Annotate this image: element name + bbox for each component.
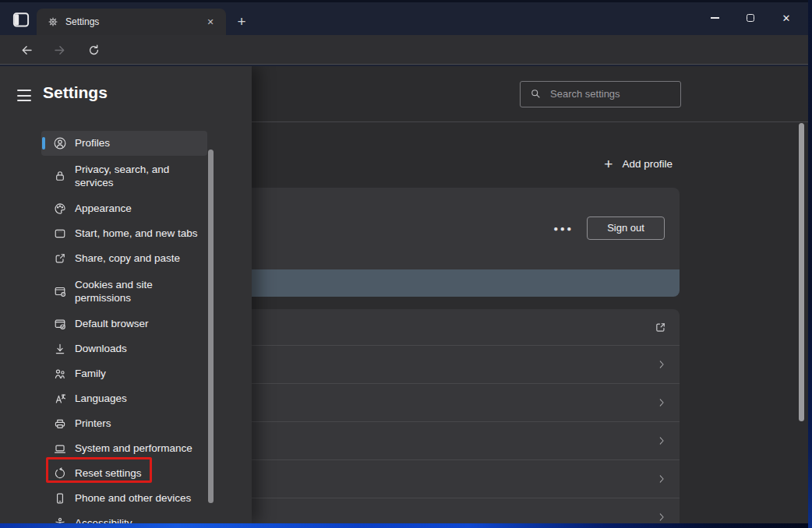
chevron-right-icon xyxy=(656,397,667,408)
add-profile-button[interactable]: + Add profile xyxy=(604,154,673,174)
settings-page: + Add profile ●●● Sign out xyxy=(0,66,808,524)
sidebar-item-languages[interactable]: Languages xyxy=(41,386,207,411)
family-icon xyxy=(53,367,67,381)
palette-icon xyxy=(53,202,67,216)
sidebar-item-appearance[interactable]: Appearance xyxy=(41,196,207,221)
desktop-wallpaper xyxy=(0,523,808,528)
settings-nav-panel: Settings Profiles Privacy, search, and s… xyxy=(0,66,252,524)
settings-nav-list: Profiles Privacy, search, and services A… xyxy=(41,131,207,524)
refresh-button[interactable] xyxy=(82,38,105,62)
lock-icon xyxy=(53,169,67,183)
refresh-icon xyxy=(87,44,101,57)
sidebar-scrollbar[interactable] xyxy=(208,150,214,503)
chevron-right-icon xyxy=(656,473,667,484)
sidebar-item-start-home-tabs[interactable]: Start, home, and new tabs xyxy=(41,221,207,246)
titlebar: Settings ✕ + ✕ xyxy=(0,0,808,35)
page-scrollbar[interactable] xyxy=(799,123,804,421)
window-controls: ✕ xyxy=(697,2,804,33)
back-button[interactable] xyxy=(15,38,38,62)
sidebar-item-default-browser[interactable]: Default browser xyxy=(41,312,207,336)
window-top-edge xyxy=(0,0,812,2)
sidebar-item-accessibility[interactable]: Accessibility xyxy=(41,511,207,524)
open-external-icon xyxy=(654,321,667,334)
close-icon: ✕ xyxy=(782,13,791,23)
tab-actions-button[interactable] xyxy=(11,10,31,29)
forward-arrow-icon xyxy=(53,44,66,57)
reset-icon xyxy=(53,466,67,480)
back-arrow-icon xyxy=(20,44,34,57)
window-tabs-icon xyxy=(53,227,67,241)
page-title: Settings xyxy=(43,83,108,102)
sign-out-button[interactable]: Sign out xyxy=(587,216,665,240)
tab-settings[interactable]: Settings ✕ xyxy=(37,9,226,35)
sidebar-item-system-performance[interactable]: System and performance xyxy=(41,436,207,461)
maximize-button[interactable] xyxy=(733,2,768,33)
sidebar-item-family[interactable]: Family xyxy=(41,361,207,386)
workspaces-icon xyxy=(11,9,31,30)
new-tab-button[interactable]: + xyxy=(231,12,252,32)
sidebar-item-privacy[interactable]: Privacy, search, and services xyxy=(41,156,207,196)
maximize-icon xyxy=(747,14,754,22)
chevron-right-icon xyxy=(656,359,667,370)
search-icon xyxy=(530,88,542,100)
close-button[interactable]: ✕ xyxy=(768,2,804,33)
browser-check-icon xyxy=(53,317,67,331)
chevron-right-icon xyxy=(656,435,667,446)
tab-title: Settings xyxy=(65,16,203,27)
browser-toolbar: Edge | edge://settings/profiles xyxy=(0,35,808,65)
cookies-icon xyxy=(53,284,67,298)
sidebar-item-printers[interactable]: Printers xyxy=(41,411,207,436)
forward-button[interactable] xyxy=(48,38,71,62)
search-settings-box[interactable] xyxy=(520,81,681,107)
sidebar-item-share-copy-paste[interactable]: Share, copy and paste xyxy=(41,246,207,271)
accessibility-icon xyxy=(53,516,67,524)
ellipsis-icon: ●●● xyxy=(553,224,574,233)
sidebar-item-downloads[interactable]: Downloads xyxy=(41,336,207,361)
window-right-edge xyxy=(808,0,812,528)
browser-window: Settings ✕ + ✕ Edge | edge://settings/pr… xyxy=(0,0,812,528)
download-icon xyxy=(53,342,67,356)
gear-icon xyxy=(48,16,58,27)
minimize-icon xyxy=(711,17,719,19)
chevron-right-icon xyxy=(656,512,667,523)
sidebar-item-phone-devices[interactable]: Phone and other devices xyxy=(41,486,207,511)
plus-icon: + xyxy=(604,156,613,173)
search-settings-input[interactable] xyxy=(550,88,674,100)
sidebar-item-profiles[interactable]: Profiles xyxy=(41,131,207,156)
minimize-button[interactable] xyxy=(697,2,733,33)
share-icon xyxy=(53,252,67,266)
profiles-icon xyxy=(53,136,67,150)
laptop-icon xyxy=(53,442,67,456)
printer-icon xyxy=(53,417,67,431)
sidebar-item-cookies-permissions[interactable]: Cookies and site permissions xyxy=(41,271,207,312)
phone-icon xyxy=(53,491,67,505)
selection-indicator xyxy=(42,137,45,150)
tab-close-button[interactable]: ✕ xyxy=(203,14,218,30)
profile-more-actions-button[interactable]: ●●● xyxy=(552,219,575,239)
sidebar-item-reset-settings[interactable]: Reset settings xyxy=(41,461,207,486)
menu-toggle-button[interactable] xyxy=(16,87,34,104)
languages-icon xyxy=(53,392,67,406)
